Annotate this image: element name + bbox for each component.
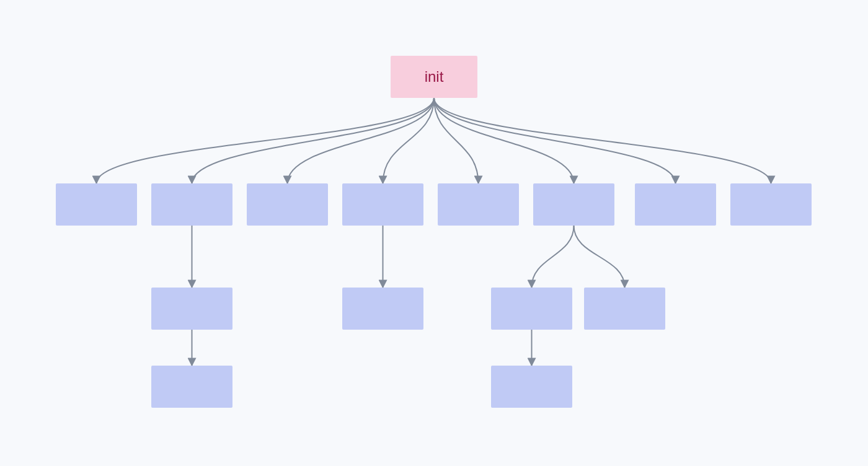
- node-n4: [342, 183, 423, 226]
- node-n8: [730, 183, 812, 226]
- edge-n6-to-n6a: [532, 226, 574, 288]
- node-n1: [56, 183, 137, 226]
- edge-init-to-n7: [434, 98, 676, 183]
- node-n6a: [491, 288, 572, 330]
- edge-init-to-n6: [434, 98, 574, 183]
- edge-init-to-n4: [383, 98, 435, 183]
- edge-init-to-n1: [97, 98, 435, 183]
- edge-init-to-n8: [434, 98, 771, 183]
- node-n6b: [584, 288, 665, 330]
- node-n4a: [342, 288, 423, 330]
- edge-n6-to-n6b: [574, 226, 625, 288]
- edge-init-to-n5: [434, 98, 479, 183]
- node-n7: [635, 183, 716, 226]
- node-n2b: [151, 366, 232, 408]
- node-n5: [438, 183, 519, 226]
- node-n6: [533, 183, 614, 226]
- node-n2a: [151, 288, 232, 330]
- node-n6a2: [491, 366, 572, 408]
- node-n3: [247, 183, 328, 226]
- node-n2: [151, 183, 232, 226]
- node-init: init: [391, 56, 477, 98]
- process-tree-diagram: init: [0, 0, 868, 466]
- edge-init-to-n2: [192, 98, 435, 183]
- node-label: init: [425, 68, 444, 86]
- edge-init-to-n3: [288, 98, 435, 183]
